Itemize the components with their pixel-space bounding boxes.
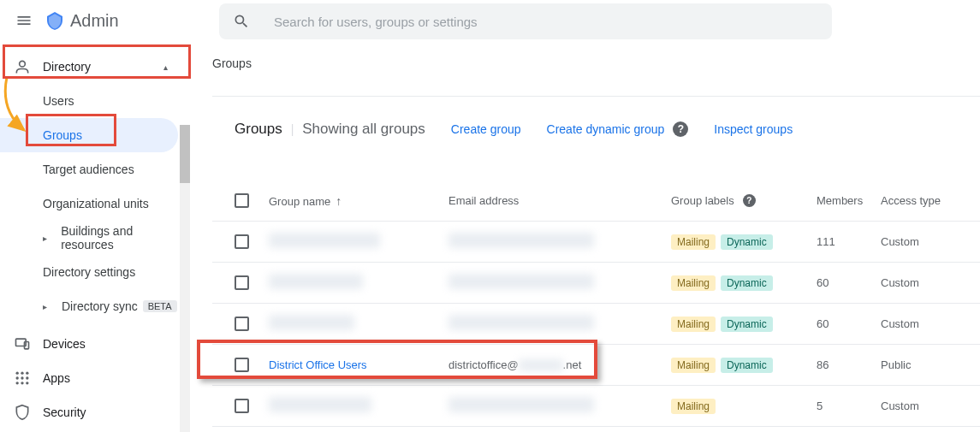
breadcrumb: Groups [212, 56, 980, 70]
group-name-link[interactable]: District Office Users [269, 358, 367, 371]
access-type: Public [881, 358, 958, 371]
svg-point-7 [21, 376, 23, 379]
mailing-label: Mailing [671, 358, 716, 373]
access-type: Custom [881, 399, 958, 412]
sidebar-security[interactable]: Security [0, 395, 178, 429]
expand-caret-icon: ▸ [43, 302, 51, 311]
redacted-text [448, 233, 594, 248]
dynamic-label: Dynamic [721, 234, 773, 250]
page-subtitle: Showing all groups [302, 121, 425, 137]
redacted-text [269, 274, 363, 289]
column-email[interactable]: Email address [448, 194, 671, 207]
mailing-label: Mailing [671, 317, 716, 332]
sidebar-apps[interactable]: Apps [0, 361, 178, 395]
content-area: Groups Groups | Showing all groups Creat… [178, 41, 980, 432]
dynamic-label: Dynamic [721, 275, 773, 291]
access-type: Custom [881, 317, 958, 330]
redacted-text [269, 397, 371, 412]
column-labels[interactable]: Group labels? [671, 194, 817, 207]
sidebar: Directory ▴ Users Groups Target audience… [0, 41, 178, 432]
beta-badge: BETA [143, 300, 177, 312]
row-checkbox[interactable] [235, 358, 249, 372]
access-type: Custom [881, 235, 958, 248]
row-checkbox[interactable] [235, 317, 249, 331]
sidebar-item-directory-settings[interactable]: Directory settings [0, 255, 178, 289]
group-email: districtoffice@.net [448, 358, 671, 372]
row-checkbox[interactable] [235, 275, 249, 290]
sidebar-directory[interactable]: Directory ▴ [0, 50, 178, 84]
sidebar-item-directory-sync[interactable]: ▸Directory syncBETA [0, 289, 178, 323]
members-count: 60 [817, 276, 881, 289]
redacted-text [448, 274, 594, 289]
svg-point-4 [21, 372, 23, 375]
search-bar[interactable] [219, 3, 832, 39]
members-count: 5 [817, 399, 881, 412]
shield-icon [14, 404, 31, 421]
table-row[interactable]: MailingDynamic 60 Custom [212, 263, 980, 304]
product-name: Admin [70, 11, 119, 31]
table-header: Group name↑ Email address Group labels? … [212, 180, 980, 222]
svg-point-0 [20, 61, 26, 67]
expand-caret-icon: ▸ [43, 234, 50, 243]
help-icon[interactable]: ? [743, 194, 756, 207]
search-input[interactable] [274, 15, 818, 29]
svg-point-11 [26, 382, 28, 384]
sidebar-item-groups[interactable]: Groups [0, 118, 178, 152]
redacted-text [448, 397, 594, 412]
row-checkbox[interactable] [235, 399, 249, 413]
panel-header: Groups | Showing all groups Create group… [212, 97, 980, 162]
sidebar-item-org-units[interactable]: Organizational units [0, 186, 178, 221]
members-count: 86 [817, 358, 881, 371]
svg-point-6 [16, 376, 19, 379]
apps-icon [14, 370, 31, 387]
page-title: Groups [235, 121, 282, 137]
collapse-caret-icon: ▴ [163, 62, 168, 72]
sort-ascending-icon: ↑ [336, 194, 342, 208]
sidebar-item-users[interactable]: Users [0, 84, 178, 118]
table-row[interactable]: MailingDynamic 111 Custom [212, 222, 980, 263]
dynamic-label: Dynamic [721, 358, 773, 373]
title-separator: | [291, 122, 294, 136]
svg-point-9 [16, 382, 19, 384]
create-dynamic-group-link[interactable]: Create dynamic group [547, 122, 665, 136]
redacted-text [269, 233, 380, 248]
redacted-text [269, 315, 354, 330]
table-row[interactable]: Mailing 5 Custom [212, 386, 980, 427]
table-row[interactable]: MailingDynamic 60 Custom [212, 304, 980, 345]
menu-icon [15, 12, 33, 29]
column-name[interactable]: Group name↑ [269, 194, 448, 208]
svg-point-5 [26, 372, 28, 375]
redacted-text [519, 359, 563, 371]
table-row[interactable]: District Office Users districtoffice@.ne… [212, 345, 980, 386]
mailing-label: Mailing [671, 234, 716, 250]
sidebar-item-buildings[interactable]: ▸Buildings and resources [0, 221, 178, 255]
svg-point-3 [16, 372, 19, 375]
access-type: Custom [881, 276, 958, 289]
dynamic-label: Dynamic [721, 317, 773, 332]
redacted-text [448, 315, 594, 330]
sidebar-item-target-audiences[interactable]: Target audiences [0, 152, 178, 186]
hamburger-menu-button[interactable] [7, 3, 41, 38]
help-icon[interactable]: ? [673, 121, 688, 137]
product-logo[interactable]: Admin [45, 10, 119, 31]
select-all-checkbox[interactable] [235, 193, 249, 208]
members-count: 111 [817, 235, 881, 248]
sidebar-directory-label: Directory [43, 60, 91, 74]
mailing-label: Mailing [671, 275, 716, 291]
groups-table: Group name↑ Email address Group labels? … [212, 180, 980, 427]
column-access[interactable]: Access type [881, 194, 958, 207]
devices-icon [14, 335, 31, 352]
person-icon [14, 58, 31, 75]
mailing-label: Mailing [671, 399, 716, 414]
row-checkbox[interactable] [235, 234, 249, 249]
create-group-link[interactable]: Create group [451, 122, 521, 136]
svg-point-10 [21, 382, 23, 384]
sidebar-devices[interactable]: Devices [0, 327, 178, 361]
admin-logo-icon [45, 10, 65, 31]
members-count: 60 [817, 317, 881, 330]
search-icon [233, 13, 250, 30]
inspect-groups-link[interactable]: Inspect groups [714, 122, 793, 136]
svg-point-8 [26, 376, 28, 379]
column-members[interactable]: Members [817, 194, 881, 207]
